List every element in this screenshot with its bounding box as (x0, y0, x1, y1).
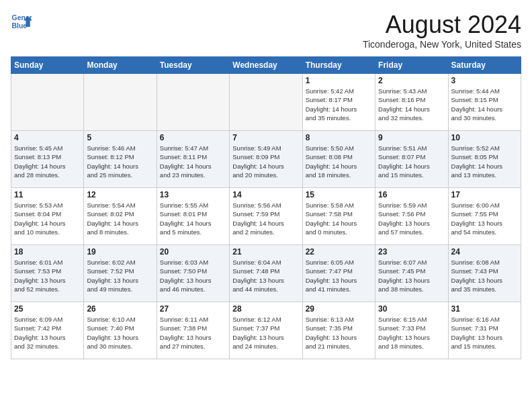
calendar-empty (230, 74, 302, 131)
day-info: Sunrise: 5:53 AM Sunset: 8:04 PM Dayligh… (14, 201, 81, 236)
day-number: 17 (451, 190, 518, 199)
calendar-empty (157, 74, 229, 131)
day-info: Sunrise: 6:02 AM Sunset: 7:52 PM Dayligh… (87, 258, 153, 293)
calendar-day-7: 7Sunrise: 5:49 AM Sunset: 8:09 PM Daylig… (230, 131, 302, 188)
calendar-day-11: 11Sunrise: 5:53 AM Sunset: 8:04 PM Dayli… (11, 188, 84, 245)
weekday-header-saturday: Saturday (448, 57, 521, 74)
calendar-day-6: 6Sunrise: 5:47 AM Sunset: 8:11 PM Daylig… (157, 131, 229, 188)
day-info: Sunrise: 6:10 AM Sunset: 7:40 PM Dayligh… (87, 315, 153, 351)
calendar-day-2: 2Sunrise: 5:43 AM Sunset: 8:16 PM Daylig… (375, 74, 448, 131)
day-number: 11 (14, 190, 81, 199)
calendar-day-12: 12Sunrise: 5:54 AM Sunset: 8:02 PM Dayli… (84, 188, 157, 245)
day-info: Sunrise: 6:01 AM Sunset: 7:53 PM Dayligh… (14, 258, 81, 293)
day-number: 22 (306, 247, 372, 257)
calendar-day-24: 24Sunrise: 6:08 AM Sunset: 7:43 PM Dayli… (448, 245, 521, 302)
day-number: 27 (160, 304, 226, 314)
calendar-week-4: 18Sunrise: 6:01 AM Sunset: 7:53 PM Dayli… (11, 245, 521, 302)
month-title: August 2024 (363, 11, 521, 39)
calendar-day-16: 16Sunrise: 5:59 AM Sunset: 7:56 PM Dayli… (375, 188, 448, 245)
calendar-day-25: 25Sunrise: 6:09 AM Sunset: 7:42 PM Dayli… (11, 302, 84, 359)
day-number: 31 (451, 304, 518, 314)
day-number: 3 (451, 76, 518, 85)
calendar-table: SundayMondayTuesdayWednesdayThursdayFrid… (11, 56, 521, 359)
calendar-day-26: 26Sunrise: 6:10 AM Sunset: 7:40 PM Dayli… (84, 302, 157, 359)
calendar-day-29: 29Sunrise: 6:13 AM Sunset: 7:35 PM Dayli… (302, 302, 375, 359)
day-info: Sunrise: 6:11 AM Sunset: 7:38 PM Dayligh… (160, 315, 226, 351)
day-info: Sunrise: 6:12 AM Sunset: 7:37 PM Dayligh… (232, 315, 299, 351)
day-number: 16 (378, 190, 445, 199)
day-info: Sunrise: 6:05 AM Sunset: 7:47 PM Dayligh… (306, 258, 372, 293)
calendar-week-2: 4Sunrise: 5:45 AM Sunset: 8:13 PM Daylig… (11, 131, 521, 188)
day-info: Sunrise: 5:52 AM Sunset: 8:05 PM Dayligh… (451, 144, 518, 179)
calendar-week-5: 25Sunrise: 6:09 AM Sunset: 7:42 PM Dayli… (11, 302, 521, 359)
day-info: Sunrise: 5:51 AM Sunset: 8:07 PM Dayligh… (378, 144, 445, 179)
day-number: 29 (306, 304, 372, 314)
day-number: 8 (306, 133, 372, 142)
title-block: August 2024 Ticonderoga, New York, Unite… (363, 11, 521, 50)
day-info: Sunrise: 6:00 AM Sunset: 7:55 PM Dayligh… (451, 201, 518, 236)
calendar-day-17: 17Sunrise: 6:00 AM Sunset: 7:55 PM Dayli… (448, 188, 521, 245)
calendar-day-20: 20Sunrise: 6:03 AM Sunset: 7:50 PM Dayli… (157, 245, 229, 302)
day-info: Sunrise: 6:08 AM Sunset: 7:43 PM Dayligh… (451, 258, 518, 293)
weekday-header-wednesday: Wednesday (230, 57, 302, 74)
day-number: 15 (306, 190, 372, 199)
day-number: 18 (14, 247, 81, 257)
day-number: 4 (14, 133, 81, 142)
calendar-day-14: 14Sunrise: 5:56 AM Sunset: 7:59 PM Dayli… (230, 188, 302, 245)
day-number: 5 (87, 133, 153, 142)
day-number: 10 (451, 133, 518, 142)
day-info: Sunrise: 6:16 AM Sunset: 7:31 PM Dayligh… (451, 315, 518, 351)
calendar-day-3: 3Sunrise: 5:44 AM Sunset: 8:15 PM Daylig… (448, 74, 521, 131)
day-number: 26 (87, 304, 153, 314)
calendar-day-31: 31Sunrise: 6:16 AM Sunset: 7:31 PM Dayli… (448, 302, 521, 359)
day-info: Sunrise: 5:42 AM Sunset: 8:17 PM Dayligh… (306, 87, 372, 122)
day-number: 1 (306, 76, 372, 85)
calendar-day-21: 21Sunrise: 6:04 AM Sunset: 7:48 PM Dayli… (230, 245, 302, 302)
location: Ticonderoga, New York, United States (363, 39, 521, 50)
day-number: 24 (451, 247, 518, 257)
weekday-header-thursday: Thursday (302, 57, 375, 74)
day-info: Sunrise: 5:43 AM Sunset: 8:16 PM Dayligh… (378, 87, 445, 122)
calendar-day-22: 22Sunrise: 6:05 AM Sunset: 7:47 PM Dayli… (302, 245, 375, 302)
day-number: 2 (378, 76, 445, 85)
day-info: Sunrise: 6:15 AM Sunset: 7:33 PM Dayligh… (378, 315, 445, 351)
day-info: Sunrise: 5:58 AM Sunset: 7:58 PM Dayligh… (306, 201, 372, 236)
calendar-day-28: 28Sunrise: 6:12 AM Sunset: 7:37 PM Dayli… (230, 302, 302, 359)
day-info: Sunrise: 5:49 AM Sunset: 8:09 PM Dayligh… (232, 144, 299, 179)
day-info: Sunrise: 5:59 AM Sunset: 7:56 PM Dayligh… (378, 201, 445, 236)
day-number: 25 (14, 304, 81, 314)
logo-icon: General Blue (11, 11, 32, 32)
calendar-day-9: 9Sunrise: 5:51 AM Sunset: 8:07 PM Daylig… (375, 131, 448, 188)
day-info: Sunrise: 6:13 AM Sunset: 7:35 PM Dayligh… (306, 315, 372, 351)
calendar-day-15: 15Sunrise: 5:58 AM Sunset: 7:58 PM Dayli… (302, 188, 375, 245)
day-info: Sunrise: 5:50 AM Sunset: 8:08 PM Dayligh… (306, 144, 372, 179)
calendar-empty (84, 74, 157, 131)
day-info: Sunrise: 5:45 AM Sunset: 8:13 PM Dayligh… (14, 144, 81, 179)
day-info: Sunrise: 6:03 AM Sunset: 7:50 PM Dayligh… (160, 258, 226, 293)
weekday-header-row: SundayMondayTuesdayWednesdayThursdayFrid… (11, 57, 521, 74)
day-info: Sunrise: 6:09 AM Sunset: 7:42 PM Dayligh… (14, 315, 81, 351)
day-info: Sunrise: 5:44 AM Sunset: 8:15 PM Dayligh… (451, 87, 518, 122)
day-number: 23 (378, 247, 445, 257)
calendar-day-10: 10Sunrise: 5:52 AM Sunset: 8:05 PM Dayli… (448, 131, 521, 188)
weekday-header-tuesday: Tuesday (157, 57, 229, 74)
logo: General Blue (11, 11, 32, 32)
page-header: General Blue August 2024 Ticonderoga, Ne… (11, 11, 521, 50)
day-number: 12 (87, 190, 153, 199)
day-info: Sunrise: 5:54 AM Sunset: 8:02 PM Dayligh… (87, 201, 153, 236)
calendar-week-3: 11Sunrise: 5:53 AM Sunset: 8:04 PM Dayli… (11, 188, 521, 245)
calendar-day-13: 13Sunrise: 5:55 AM Sunset: 8:01 PM Dayli… (157, 188, 229, 245)
svg-text:Blue: Blue (12, 22, 28, 30)
weekday-header-sunday: Sunday (11, 57, 84, 74)
calendar-day-18: 18Sunrise: 6:01 AM Sunset: 7:53 PM Dayli… (11, 245, 84, 302)
day-number: 7 (232, 133, 299, 142)
day-info: Sunrise: 6:04 AM Sunset: 7:48 PM Dayligh… (232, 258, 299, 293)
day-info: Sunrise: 5:56 AM Sunset: 7:59 PM Dayligh… (232, 201, 299, 236)
day-info: Sunrise: 6:07 AM Sunset: 7:45 PM Dayligh… (378, 258, 445, 293)
calendar-day-4: 4Sunrise: 5:45 AM Sunset: 8:13 PM Daylig… (11, 131, 84, 188)
day-number: 6 (160, 133, 226, 142)
calendar-day-8: 8Sunrise: 5:50 AM Sunset: 8:08 PM Daylig… (302, 131, 375, 188)
day-number: 9 (378, 133, 445, 142)
calendar-day-30: 30Sunrise: 6:15 AM Sunset: 7:33 PM Dayli… (375, 302, 448, 359)
calendar-day-27: 27Sunrise: 6:11 AM Sunset: 7:38 PM Dayli… (157, 302, 229, 359)
